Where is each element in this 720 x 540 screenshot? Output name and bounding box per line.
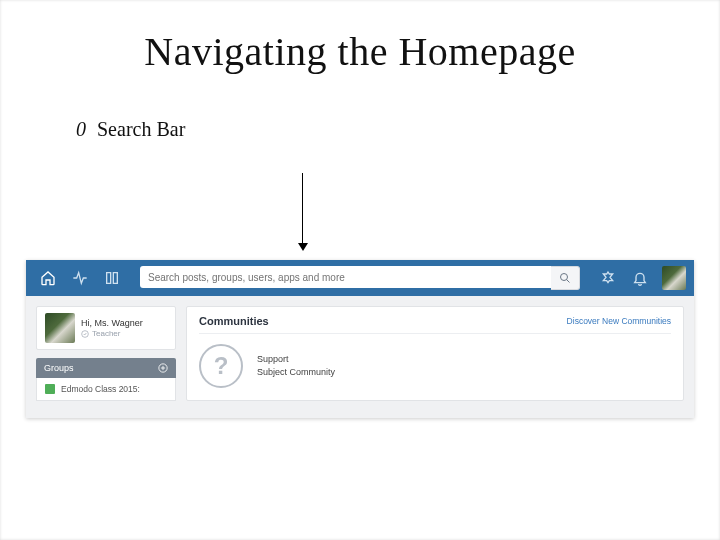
- library-icon[interactable]: [98, 264, 126, 292]
- slide: Navigating the Homepage 0 Search Bar: [0, 0, 720, 540]
- group-item-label: Edmodo Class 2015:: [61, 384, 140, 394]
- profile-greeting: Hi, Ms. Wagner: [81, 318, 143, 330]
- pointer-arrow-line: [302, 173, 303, 245]
- pointer-arrow-head-icon: [298, 243, 308, 251]
- profile-avatar-icon: [45, 313, 75, 343]
- notifications-icon[interactable]: [626, 264, 654, 292]
- search-button[interactable]: [551, 266, 580, 290]
- home-icon[interactable]: [34, 264, 62, 292]
- communities-panel: Communities Discover New Communities ? S…: [186, 306, 684, 401]
- group-item[interactable]: Edmodo Class 2015:: [36, 378, 176, 401]
- discover-communities-link[interactable]: Discover New Communities: [567, 316, 671, 326]
- question-mark-icon: ?: [199, 344, 243, 388]
- communities-header: Communities Discover New Communities: [199, 315, 671, 334]
- communities-title: Communities: [199, 315, 269, 327]
- edmodo-screenshot: Hi, Ms. Wagner Teacher Groups Ed: [26, 260, 694, 418]
- community-line-1: Support: [257, 353, 335, 367]
- search-input[interactable]: [140, 266, 551, 288]
- add-group-icon[interactable]: [158, 363, 168, 373]
- top-nav-bar: [26, 260, 694, 296]
- search-bar: [140, 266, 580, 290]
- bullet-row: 0 Search Bar: [76, 118, 185, 141]
- search-icon: [559, 272, 571, 284]
- groups-header: Groups: [36, 358, 176, 378]
- community-line-2: Subject Community: [257, 366, 335, 380]
- slide-title: Navigating the Homepage: [0, 28, 720, 75]
- group-color-swatch-icon: [45, 384, 55, 394]
- groups-panel: Groups Edmodo Class 2015:: [36, 358, 176, 401]
- svg-point-0: [561, 274, 568, 281]
- content-row: Hi, Ms. Wagner Teacher Groups Ed: [26, 296, 694, 411]
- svg-point-2: [82, 331, 89, 338]
- user-avatar[interactable]: [662, 266, 686, 290]
- profile-role: Teacher: [81, 329, 143, 338]
- left-sidebar: Hi, Ms. Wagner Teacher Groups Ed: [36, 306, 176, 401]
- bullet-marker: 0: [76, 118, 86, 140]
- assignments-icon[interactable]: [594, 264, 622, 292]
- check-circle-icon: [81, 330, 89, 338]
- profile-card[interactable]: Hi, Ms. Wagner Teacher: [36, 306, 176, 350]
- bullet-text: Search Bar: [97, 118, 185, 140]
- svg-line-1: [567, 280, 570, 283]
- groups-header-label: Groups: [44, 363, 74, 373]
- profile-role-text: Teacher: [92, 329, 120, 338]
- community-row: ? Support Subject Community: [199, 344, 671, 388]
- activity-icon[interactable]: [66, 264, 94, 292]
- community-text: Support Subject Community: [257, 353, 335, 380]
